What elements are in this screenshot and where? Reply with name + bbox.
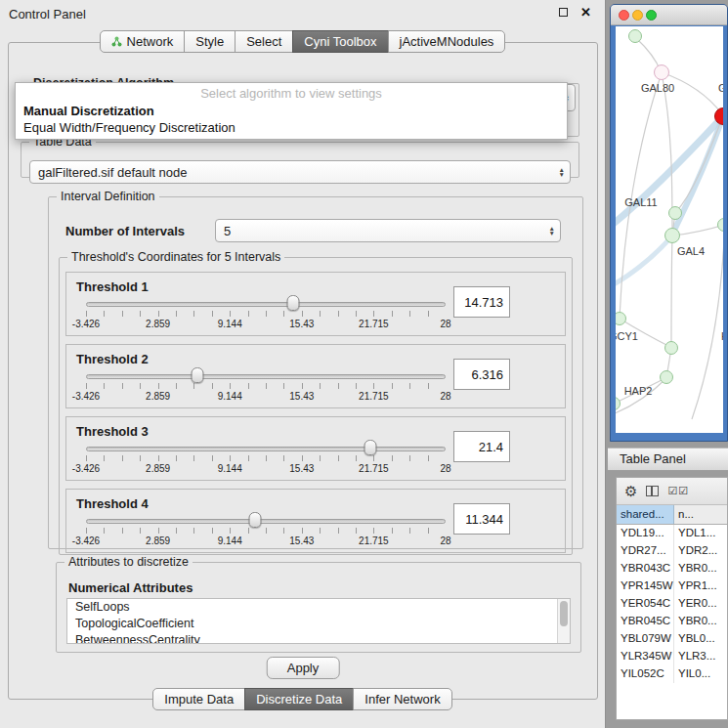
network-icon (111, 36, 122, 47)
table-row[interactable]: YLR345W YLR3... (617, 648, 727, 665)
threshold-value-field[interactable]: 21.4 (453, 431, 510, 462)
threshold-block: Threshold 2 -3.426 2.859 9.144 15.43 (65, 344, 566, 408)
tab-discretize-data[interactable]: Discretize Data (244, 688, 354, 710)
table-toolbar: ⚙ ☑☑ (617, 478, 727, 505)
table-rows: YDL19... YDL1... YDR27... YDR2... YBR043… (617, 525, 727, 719)
table-row[interactable]: YBR043C YBR0... (617, 560, 727, 578)
slider-thumb[interactable] (192, 367, 204, 383)
slider-ticks (86, 383, 446, 389)
table-row[interactable]: YDR27... YDR2... (617, 542, 727, 560)
network-canvas[interactable]: GAL80GAGAL11GAL4GCY1HHAP2 (616, 26, 723, 433)
network-node[interactable] (664, 228, 680, 243)
threshold-value-field[interactable]: 6.316 (453, 359, 510, 390)
network-node[interactable] (660, 370, 673, 384)
apply-button[interactable]: Apply (267, 657, 340, 679)
threshold-slider[interactable]: -3.426 2.859 9.144 15.43 21.715 28 (86, 370, 446, 404)
table-row[interactable]: YER054C YER0... (617, 595, 727, 613)
attribute-list-item[interactable]: BetweennessCentrality (67, 632, 570, 644)
table-panel-window: ⚙ ☑☑ shared... n... YDL19... YDL1... YDR… (616, 477, 728, 720)
table-row[interactable]: YPR145W YPR1... (617, 578, 727, 595)
threshold-label: Threshold 1 (76, 279, 149, 294)
threshold-block: Threshold 4 -3.426 2.859 9.144 15.43 (65, 489, 566, 553)
close-icon[interactable]: ✕ (580, 7, 591, 18)
slider-track[interactable] (86, 519, 446, 524)
tab-label: Select (246, 34, 281, 49)
column-header-shared-name[interactable]: shared... (617, 505, 674, 524)
attribute-list-item[interactable]: SelfLoops (67, 599, 570, 616)
tab-select[interactable]: Select (235, 30, 293, 53)
column-header-name[interactable]: n... (674, 505, 727, 524)
network-node[interactable] (616, 312, 626, 325)
cell-name: YIL0... (674, 665, 727, 683)
cell-name: YDR2... (674, 542, 727, 560)
algorithm-placeholder: Select algorithm to view settings (16, 83, 567, 103)
threshold-value-field[interactable]: 14.713 (453, 286, 510, 318)
tab-impute-data[interactable]: Impute Data (152, 688, 245, 710)
table-data-selected-value: galFiltered.sif default node (38, 165, 187, 180)
spinner-icon[interactable]: ▲▼ (559, 167, 565, 177)
slider-track[interactable] (86, 302, 446, 307)
threshold-label: Threshold 2 (76, 352, 149, 366)
network-node[interactable] (664, 341, 678, 355)
tab-infer-network[interactable]: Infer Network (353, 688, 451, 710)
table-panel-header[interactable]: Table Panel (608, 448, 728, 471)
cell-shared-name: YDR27... (617, 542, 674, 560)
scrollbar-thumb[interactable] (560, 601, 568, 626)
cell-name: YBL0... (674, 630, 727, 648)
algorithm-option-manual[interactable]: Manual Discretization (16, 103, 567, 119)
table-row[interactable]: YDL19... YDL1... (617, 525, 727, 542)
select-columns-icons[interactable]: ☑☑ (667, 485, 689, 497)
table-row[interactable]: YBL079W YBL0... (617, 630, 727, 648)
network-node[interactable] (628, 29, 642, 43)
table-row[interactable]: YIL052C YIL0... (617, 665, 727, 683)
threshold-slider[interactable]: -3.426 2.859 9.144 15.43 21.715 28 (86, 298, 446, 331)
spinner-icon[interactable]: ▲▼ (549, 226, 555, 236)
minimize-traffic-light-icon[interactable] (632, 10, 643, 21)
attributes-to-discretize-group: Attributes to discretize Numerical Attri… (56, 555, 581, 653)
tab-network[interactable]: Network (100, 30, 186, 53)
float-window-icon[interactable] (559, 8, 568, 17)
threshold-slider[interactable]: -3.426 2.859 9.144 15.43 21.715 28 (86, 443, 446, 476)
table-row[interactable]: YBR045C YBR0... (617, 613, 727, 630)
network-node[interactable] (717, 218, 723, 232)
slider-thumb[interactable] (248, 512, 261, 528)
table-header-row: shared... n... (617, 505, 727, 525)
tab-label: Style (195, 34, 224, 49)
table-panel-title: Table Panel (620, 451, 686, 466)
tab-jactivemnodules[interactable]: jActiveMNodules (388, 30, 506, 53)
close-traffic-light-icon[interactable] (619, 10, 629, 21)
zoom-traffic-light-icon[interactable] (646, 10, 657, 21)
thresholds-coordinates-group: Threshold's Coordinates for 5 Intervals … (59, 250, 573, 555)
cyni-toolbox-panel: Discretization Algorithm ▲▼ Select algor… (8, 42, 598, 700)
network-node[interactable] (616, 397, 621, 410)
top-tab-bar: Network Style Select Cyni Toolbox jActiv… (0, 30, 605, 53)
algorithm-option-equal-width[interactable]: Equal Width/Frequency Discretization (16, 119, 567, 136)
list-scrollbar[interactable] (557, 599, 570, 643)
cell-name: YDL1... (674, 525, 727, 542)
slider-thumb[interactable] (287, 295, 300, 311)
network-window-titlebar[interactable] (611, 5, 727, 25)
cell-name: YLR3... (674, 648, 727, 665)
network-node[interactable] (654, 64, 669, 80)
slider-track[interactable] (86, 447, 446, 451)
screen: Control Panel ✕ Network Style Select Cyn… (0, 0, 728, 728)
tab-cyni-toolbox[interactable]: Cyni Toolbox (292, 30, 388, 53)
network-node[interactable] (668, 206, 682, 220)
network-node[interactable] (714, 107, 723, 125)
threshold-value-field[interactable]: 11.344 (453, 503, 510, 535)
threshold-slider[interactable]: -3.426 2.859 9.144 15.43 21.715 28 (86, 515, 446, 548)
columns-icon[interactable] (646, 486, 659, 496)
cell-shared-name: YLR345W (617, 648, 674, 665)
slider-thumb[interactable] (364, 440, 376, 455)
gear-icon[interactable]: ⚙ (624, 484, 637, 498)
slider-ticks (86, 455, 446, 461)
numerical-attributes-list[interactable]: SelfLoops TopologicalCoefficient Between… (66, 598, 571, 644)
tab-label: Cyni Toolbox (304, 34, 376, 49)
table-data-select[interactable]: galFiltered.sif default node ▲▼ (29, 160, 571, 184)
tab-style[interactable]: Style (184, 30, 236, 53)
attribute-list-item[interactable]: TopologicalCoefficient (67, 616, 570, 632)
slider-track[interactable] (86, 374, 446, 379)
interval-definition-group: Interval Definition Number of Intervals … (48, 190, 583, 549)
cell-name: YBR0... (674, 613, 727, 630)
number-of-intervals-select[interactable]: 5 ▲▼ (215, 219, 561, 242)
